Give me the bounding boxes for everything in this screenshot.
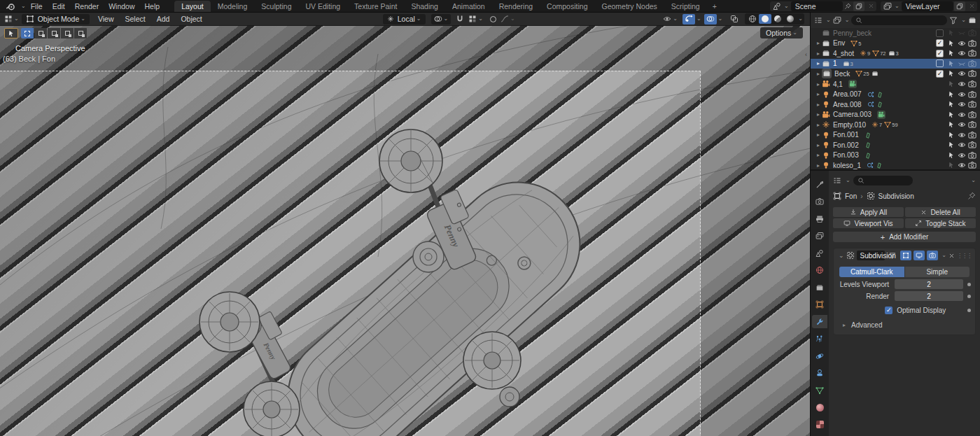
toggle-stack-button[interactable]: Toggle Stack [905,218,976,228]
breadcrumb-modifier[interactable]: Subdivision [878,192,914,200]
apply-all-button[interactable]: Apply All [833,207,904,217]
render-toggle-icon[interactable] [967,141,977,149]
add-modifier-button[interactable]: + Add Modifier [833,232,976,242]
expand-caret-icon[interactable]: ▸ [815,81,822,87]
expand-caret-icon[interactable]: ▸ [815,111,822,118]
shading-rendered[interactable] [784,14,797,24]
remove-view-layer-button[interactable] [966,1,977,11]
tab-sculpting[interactable]: Sculpting [254,1,298,12]
editor-type-icon[interactable] [4,15,13,23]
outliner-row[interactable]: ▸ Area.007 [811,89,980,99]
shading-material-preview[interactable] [771,14,784,24]
tab-texture-paint[interactable]: Texture Paint [347,1,404,12]
new-collection-icon[interactable] [968,16,976,24]
chevron-down-icon[interactable]: ⌄ [845,17,850,23]
tab-geometry-nodes[interactable]: Geometry Nodes [594,1,664,12]
select-toggle-icon[interactable] [946,80,956,87]
expand-caret-icon[interactable]: ▸ [815,152,822,158]
sidebar-expand-chevron[interactable]: ‹ [805,51,807,58]
pin-icon[interactable] [967,192,976,200]
tab-object-data[interactable] [812,384,827,397]
xray-toggle[interactable] [728,14,741,24]
outliner-search-input[interactable] [851,15,947,25]
new-view-layer-button[interactable] [954,1,965,11]
menu-render[interactable]: Render [70,2,104,10]
outliner-row[interactable]: ▸ 4,1 [811,79,980,90]
options-dropdown[interactable]: Options ⌄ [760,27,803,38]
advanced-section[interactable]: ▸ Advanced [841,321,975,329]
hide-toggle-icon[interactable] [956,141,967,149]
hide-toggle-icon[interactable] [956,39,967,48]
select-toggle-icon[interactable] [946,162,956,169]
filter-icon[interactable] [949,16,958,24]
expand-caret-icon[interactable]: ▸ [815,60,822,66]
select-mode-extend[interactable] [34,28,47,38]
tab-output[interactable] [812,212,827,225]
expand-caret-icon[interactable]: ▸ [815,162,822,169]
tab-texture[interactable] [812,418,827,431]
pin-icon[interactable] [844,3,851,10]
chevron-down-icon[interactable]: ⌄ [696,16,701,22]
hide-toggle-icon[interactable] [956,111,967,119]
animate-dot-icon[interactable] [967,283,971,286]
render-toggle-icon[interactable] [967,131,977,139]
select-toggle-icon[interactable] [946,121,956,128]
chevron-down-icon[interactable]: ⌄ [798,16,803,22]
outliner-row[interactable]: ▸ 4_shot 9 72 3 ✓ [811,48,980,59]
hide-toggle-icon[interactable] [956,80,967,88]
tab-scripting[interactable]: Scripting [664,1,707,12]
blender-logo-icon[interactable] [6,1,15,11]
animate-dot-icon[interactable] [967,295,971,298]
outliner-row[interactable]: ▸ Beck 25 ✓ [811,69,980,79]
select-mode-subtract[interactable] [48,28,60,38]
catmull-clark-button[interactable]: Catmull-Clark [839,267,904,277]
show-in-render-toggle[interactable] [927,251,938,260]
render-toggle-icon[interactable] [967,69,977,78]
chevron-down-icon[interactable]: ⌄ [895,3,899,9]
tab-rendering[interactable]: Rendering [492,1,540,12]
chevron-down-icon[interactable]: ⌄ [784,3,789,9]
select-mode-set[interactable] [21,28,34,38]
tab-compositing[interactable]: Compositing [540,1,594,12]
chevron-down-icon[interactable]: ⌄ [718,16,723,22]
snap-settings[interactable]: ⌄ [466,14,485,24]
outliner-row[interactable]: ▸ Env 5 ✓ [811,38,980,49]
outliner-row[interactable]: ▸ Camera.003 [811,109,980,120]
modifier-icon[interactable] [867,192,875,200]
menu-window[interactable]: Window [104,2,139,10]
new-scene-button[interactable] [853,1,864,11]
render-toggle-icon[interactable] [967,111,977,119]
select-toggle-icon[interactable] [946,101,956,108]
view-layer-icon[interactable] [883,2,892,10]
properties-search-input[interactable] [853,176,913,185]
expand-caret-icon[interactable]: ▸ [815,122,822,128]
collection-checkbox[interactable]: ✓ [936,50,944,57]
hide-toggle-icon[interactable] [956,90,967,99]
collection-checkbox[interactable]: ✓ [936,39,944,47]
tab-scene[interactable] [812,246,827,260]
select-toggle-icon[interactable] [946,132,956,139]
render-toggle-icon[interactable] [967,120,977,129]
object-type-visibility[interactable]: ⌄ [661,14,680,24]
chevron-down-icon[interactable]: ⌄ [961,17,966,23]
viewport-vis-button[interactable]: Viewport Vis [833,218,904,228]
show-on-cage-toggle[interactable] [887,251,898,260]
object-icon[interactable] [833,192,841,200]
drag-handle-icon[interactable]: ⋮⋮⋮ [957,253,972,259]
outliner-row-selected[interactable]: ▸ 1 3 [811,59,980,69]
shading-solid[interactable] [759,14,771,24]
tab-animation[interactable]: Animation [445,1,492,12]
delete-modifier-icon[interactable] [948,253,955,259]
menu-add[interactable]: Add [151,15,176,23]
scene-name[interactable]: Scene [791,1,843,11]
render-toggle-icon[interactable] [967,90,977,99]
expand-caret-icon[interactable]: ▸ [815,142,822,148]
tab-modeling[interactable]: Modeling [211,1,255,12]
render-toggle-icon[interactable] [967,80,977,88]
unlink-scene-button[interactable] [865,1,876,11]
proportional-editing-toggle[interactable] [488,14,498,24]
select-toggle-icon[interactable] [946,152,956,159]
tab-uv-editing[interactable]: UV Editing [299,1,348,12]
select-toggle-icon[interactable] [946,29,956,36]
outliner-row[interactable]: ▸ Area.008 [811,99,980,110]
